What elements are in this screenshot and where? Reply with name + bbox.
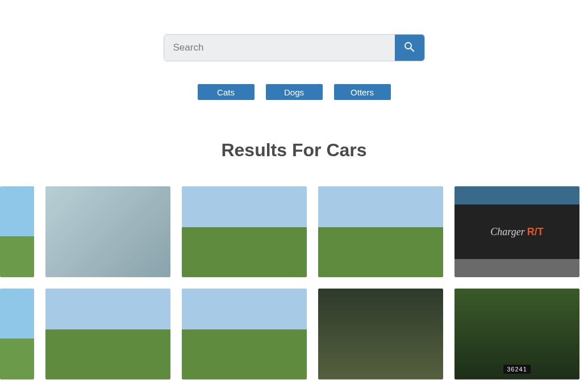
license-plate: 36241 [503, 365, 531, 374]
category-pills: Cats Dogs Otters [0, 84, 588, 100]
result-thumb[interactable] [182, 289, 307, 379]
search-group [164, 34, 425, 61]
result-thumb[interactable] [318, 186, 443, 277]
results-grid-row-2: 36241 [0, 289, 588, 379]
results-grid-row-1: ChargerR/T [0, 186, 588, 277]
result-thumb[interactable] [45, 186, 170, 277]
result-thumb[interactable] [0, 289, 34, 379]
pill-otters[interactable]: Otters [334, 84, 391, 100]
result-thumb[interactable]: ChargerR/T [454, 186, 579, 277]
search-button[interactable] [395, 35, 424, 61]
result-thumb[interactable] [182, 186, 307, 277]
pill-cats[interactable]: Cats [198, 84, 255, 100]
search-input[interactable] [164, 35, 395, 61]
results-title: Results For Cars [0, 140, 588, 161]
search-row [0, 34, 588, 61]
pill-dogs[interactable]: Dogs [266, 84, 323, 100]
search-icon [403, 40, 416, 56]
result-thumb[interactable] [45, 289, 170, 379]
badge-text: ChargerR/T [490, 226, 543, 238]
result-thumb[interactable] [318, 289, 443, 379]
result-thumb[interactable]: 36241 [454, 289, 579, 379]
result-thumb[interactable] [0, 186, 34, 277]
